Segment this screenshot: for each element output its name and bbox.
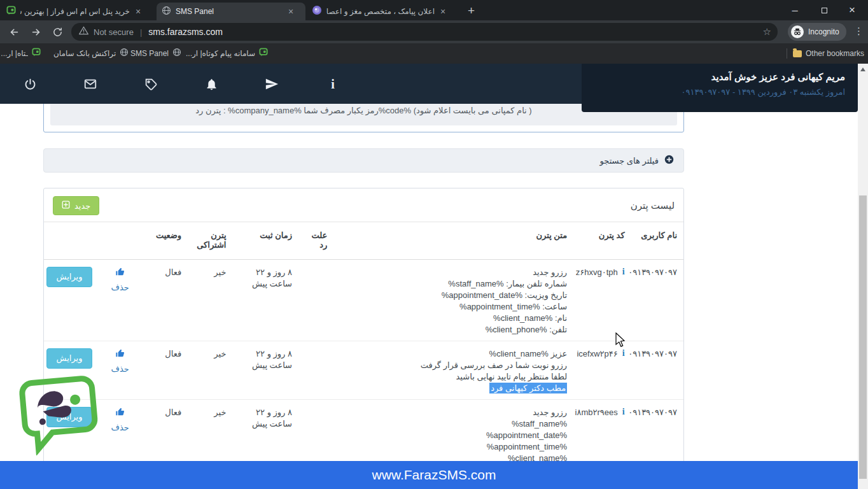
folder-icon <box>793 50 802 57</box>
thumbs-up-icon[interactable] <box>115 267 125 280</box>
window-restore-button[interactable] <box>813 0 835 20</box>
status-cell: فعال <box>141 260 188 341</box>
back-button[interactable] <box>6 24 22 39</box>
pattern-text-line: مطب دکتر کیهانی فرد <box>340 383 567 394</box>
tag-icon[interactable] <box>143 76 158 92</box>
tab-faraz-shop[interactable]: خرید پنل اس ام اس فراز | بهترین س × <box>1 3 155 20</box>
col-code: کد پترن <box>573 222 631 260</box>
col-reason: علت رد <box>298 222 333 260</box>
envelope-icon[interactable] <box>83 76 98 92</box>
thumbs-up-icon[interactable] <box>115 348 125 362</box>
tab-title: SMS Panel <box>176 7 283 16</box>
pattern-code: icefxw۲p۴۶ <box>577 348 617 360</box>
edit-button[interactable]: ویرایش <box>46 267 93 287</box>
shared-pattern-cell: خیر <box>188 341 232 400</box>
bookmark-item[interactable]: سامانه پیام کوتاه| ار... <box>186 47 268 60</box>
pattern-list-header: لیست پترن جدید <box>44 188 683 222</box>
info-icon[interactable]: i <box>622 267 625 277</box>
col-actions-1 <box>99 222 141 260</box>
pattern-row: ۰۹۱۳۹۰۹۷۰۹۷iz۶hxvg۰tphرزرو جدیدشماره تلف… <box>44 260 683 341</box>
selected-text: مطب دکتر کیهانی فرد <box>489 383 567 393</box>
close-icon[interactable]: × <box>287 7 295 16</box>
close-icon[interactable]: × <box>439 7 447 16</box>
tab-title: اعلان پیامک ، متخصص مغز و اعصا <box>326 7 435 16</box>
green-chat-bubble-icon <box>32 48 41 59</box>
plus-circle-icon[interactable] <box>664 155 674 167</box>
tab-announce[interactable]: اعلان پیامک ، متخصص مغز و اعصا × <box>307 3 459 20</box>
address-bar[interactable]: Not secure | sms.farazsms.com ☆ <box>71 23 778 41</box>
pattern-text-line: تلفن: %client_phone% <box>340 324 567 336</box>
pattern-table-body: ۰۹۱۳۹۰۹۷۰۹۷iz۶hxvg۰tphرزرو جدیدشماره تلف… <box>44 260 683 481</box>
tab-title: خرید پنل اس ام اس فراز | بهترین س <box>20 7 130 16</box>
scrollbar-thumb[interactable] <box>859 195 867 479</box>
welcome-subtitle: امروز یکشنبه ۰۳ فروردین ۱۳۹۹ - ۰۹۱۳۹۰۹۷۰… <box>582 87 845 97</box>
status-cell: فعال <box>141 341 188 400</box>
bookmark-item[interactable]: ـتاه| ار... <box>1 47 41 60</box>
delete-link[interactable]: حذف <box>111 282 129 294</box>
pattern-text-line: لطفا منتظر پیام تایید نهایی باشید <box>340 371 567 383</box>
shared-pattern-cell: خیر <box>188 260 232 341</box>
incognito-badge: Incognito <box>788 23 846 41</box>
reject-reason-cell <box>298 341 333 400</box>
thumbs-up-icon[interactable] <box>115 407 125 420</box>
delete-link[interactable]: حذف <box>111 364 129 375</box>
edit-button[interactable]: ویرایش <box>46 348 93 369</box>
browser-tab-strip: خرید پنل اس ام اس فراز | بهترین س × SMS … <box>0 0 868 20</box>
bookmark-star-icon[interactable]: ☆ <box>763 26 771 38</box>
page-scrollbar[interactable] <box>858 64 868 489</box>
new-pattern-label: جدید <box>74 201 90 211</box>
new-tab-button[interactable]: + <box>468 4 475 18</box>
screen: خرید پنل اس ام اس فراز | بهترین س × SMS … <box>0 0 868 489</box>
green-chat-bubble-favicon <box>6 6 16 18</box>
pattern-text-line: رزرو جدید <box>340 407 567 418</box>
farazsms-watermark-logo <box>12 369 107 460</box>
pattern-code-cell: iz۶hxvg۰tph <box>573 260 631 341</box>
delete-link[interactable]: حذف <box>111 422 129 434</box>
pattern-text-line: تاریخ ویزیت: %appointment_date% <box>340 290 567 301</box>
bookmark-item[interactable]: SMS Panel <box>130 47 181 60</box>
security-label[interactable]: Not secure <box>94 27 134 37</box>
info-icon[interactable]: i <box>622 407 625 417</box>
username-cell: ۰۹۱۳۹۰۹۷۰۹۷ <box>631 341 683 400</box>
like-delete-cell: حذف <box>99 341 141 400</box>
pattern-text-cell: عزیز %client_name%رزرو نوبت شما در صف بر… <box>333 341 573 400</box>
power-icon[interactable] <box>22 76 38 92</box>
pattern-text-line: شماره تلفن بیمار: %staff_name% <box>340 278 567 290</box>
send-icon[interactable] <box>264 76 279 92</box>
pattern-text-cell: رزرو جدیدشماره تلفن بیمار: %staff_name%ت… <box>333 260 573 341</box>
pattern-text-line: رزرو جدید <box>340 267 567 278</box>
bell-icon[interactable] <box>204 76 219 92</box>
footer-url: www.FarazSMS.com <box>372 467 496 483</box>
tab-sms-panel[interactable]: SMS Panel × <box>157 3 305 20</box>
mouse-cursor <box>615 332 626 350</box>
info-icon[interactable]: i <box>325 76 340 92</box>
col-time: زمان ثبت <box>233 222 299 260</box>
pattern-list-title: لیست پترن <box>631 200 675 211</box>
green-chat-bubble-icon <box>259 48 268 59</box>
incognito-icon <box>791 25 804 38</box>
pattern-table-header-row: نام کاربری کد پترن متن پترن علت رد زمان … <box>44 222 683 260</box>
like-delete-cell: حذف <box>99 260 141 341</box>
other-bookmarks-button[interactable]: Other bookmarks <box>793 47 864 60</box>
not-secure-warning-icon[interactable] <box>79 26 88 38</box>
bookmarks-bar: ـتاه| ار... تراکنش بانک سامان SMS Panel … <box>0 43 868 64</box>
pattern-text-line: رزرو نوبت شما در صف بررسی قرار گرفت <box>340 360 567 371</box>
scroll-up-arrow-icon[interactable] <box>860 67 865 71</box>
bookmarks-separator <box>787 48 787 59</box>
globe-icon <box>172 48 181 59</box>
search-filters-toggle[interactable]: فیلتر های جستجو <box>43 148 684 173</box>
browser-toolbar: Not secure | sms.farazsms.com ☆ Incognit… <box>0 20 868 43</box>
url-separator: | <box>140 27 142 37</box>
bookmark-item[interactable]: تراکنش بانک سامان <box>53 47 129 60</box>
close-icon[interactable]: × <box>134 7 142 16</box>
reload-button[interactable] <box>50 24 65 39</box>
window-minimize-button[interactable]: ─ <box>784 0 806 20</box>
window-close-button[interactable]: × <box>841 0 863 20</box>
edit-cell: ویرایش <box>44 260 99 341</box>
pattern-table: نام کاربری کد پترن متن پترن علت رد زمان … <box>44 222 683 481</box>
browser-menu-button[interactable]: ⋮ <box>854 25 864 37</box>
new-pattern-button[interactable]: جدید <box>53 196 99 215</box>
col-text: متن پترن <box>333 222 573 260</box>
url-text[interactable]: sms.farazsms.com <box>148 27 223 37</box>
forward-button[interactable] <box>28 24 43 39</box>
